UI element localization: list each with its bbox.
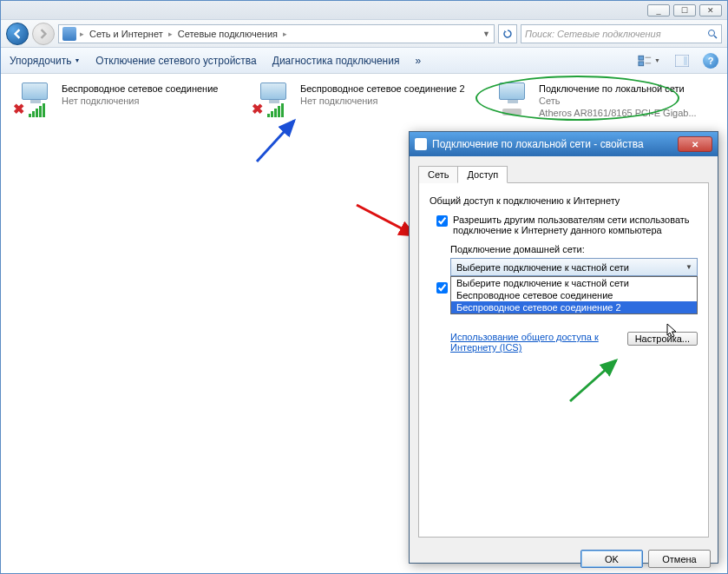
connection-status: Нет подключения (62, 95, 218, 107)
group-title: Общий доступ к подключению к Интернету (430, 195, 698, 206)
combobox-option[interactable]: Беспроводное сетевое соединение 2 (451, 301, 697, 313)
connection-item[interactable]: ✖ Беспроводное сетевое соединение Нет по… (11, 81, 239, 121)
ics-help-link[interactable]: Использование общего доступа к Интернету… (450, 332, 620, 353)
breadcrumb[interactable]: ▸ Сеть и Интернет ▸ Сетевые подключения … (58, 24, 495, 43)
allow-sharing-label: Разрешить другим пользователям сети испо… (453, 214, 698, 235)
annotation-arrow-green (566, 353, 626, 406)
connection-name: Подключение по локальной сети (539, 82, 697, 95)
forward-button[interactable] (32, 23, 55, 45)
dialog-title-text: Подключение по локальной сети - свойства (432, 138, 644, 150)
connection-device: Atheros AR8161/8165 PCI-E Gigab... (539, 107, 697, 119)
dialog-close-button[interactable]: ✕ (678, 136, 712, 152)
maximize-button[interactable]: ☐ (673, 4, 696, 16)
minimize-button[interactable]: _ (647, 4, 670, 16)
tab-access[interactable]: Доступ (457, 166, 508, 183)
help-button[interactable]: ? (703, 53, 718, 69)
tab-network[interactable]: Сеть (418, 166, 458, 183)
connection-status: Нет подключения (300, 95, 465, 107)
lan-icon (490, 82, 532, 117)
svg-rect-7 (684, 56, 687, 65)
properties-dialog: Подключение по локальной сети - свойства… (409, 131, 718, 564)
chevron-right-icon: ▸ (168, 30, 173, 38)
overflow-button[interactable]: » (415, 55, 421, 67)
command-bar: Упорядочить▼ Отключение сетевого устройс… (1, 48, 727, 74)
wifi-disconnected-icon: ✖ (13, 82, 55, 117)
cancel-button[interactable]: Отмена (648, 550, 711, 568)
svg-rect-3 (639, 61, 644, 65)
wifi-disconnected-icon: ✖ (252, 82, 293, 117)
search-placeholder: Поиск: Сетевые подключения (525, 29, 661, 39)
window-titlebar: _ ☐ ✕ (1, 1, 727, 20)
connections-view: ✖ Беспроводное сетевое соединение Нет по… (1, 74, 727, 128)
svg-point-0 (709, 30, 715, 36)
breadcrumb-item[interactable]: Сеть и Интернет (88, 29, 165, 39)
tab-strip: Сеть Доступ (418, 165, 709, 183)
close-button[interactable]: ✕ (699, 4, 722, 16)
network-icon (415, 138, 427, 150)
combobox-dropdown: Выберите подключение к частной сети Бесп… (450, 276, 698, 314)
diagnose-button[interactable]: Диагностика подключения (272, 55, 400, 67)
back-button[interactable] (6, 23, 29, 45)
connection-item[interactable]: Подключение по локальной сети Сеть Ather… (489, 81, 717, 121)
connection-name: Беспроводное сетевое соединение (62, 82, 218, 95)
dialog-titlebar[interactable]: Подключение по локальной сети - свойства… (410, 132, 718, 156)
svg-line-1 (714, 36, 717, 38)
nav-bar: ▸ Сеть и Интернет ▸ Сетевые подключения … (1, 20, 727, 48)
annotation-arrow-blue (253, 114, 305, 166)
dialog-buttons: OK Отмена (410, 544, 718, 573)
combobox-option[interactable]: Беспроводное сетевое соединение (451, 289, 697, 301)
chevron-right-icon: ▸ (80, 30, 84, 38)
chevron-down-icon[interactable]: ▼ (482, 30, 490, 38)
view-mode-button[interactable]: ▼ (637, 52, 661, 69)
connection-name: Беспроводное сетевое соединение 2 (300, 82, 465, 95)
cursor-icon (666, 323, 679, 340)
home-network-combobox[interactable]: Выберите подключение к частной сети (450, 258, 698, 276)
preview-pane-button[interactable] (670, 52, 694, 69)
settings-button[interactable]: Настройка... (627, 332, 698, 346)
refresh-button[interactable] (498, 24, 517, 43)
allow-sharing-checkbox[interactable] (436, 215, 448, 227)
breadcrumb-item[interactable]: Сетевые подключения (176, 29, 279, 39)
connection-net: Сеть (539, 95, 697, 107)
disable-device-button[interactable]: Отключение сетевого устройства (95, 55, 256, 67)
svg-line-10 (570, 360, 616, 401)
svg-line-9 (357, 205, 415, 235)
search-input[interactable]: Поиск: Сетевые подключения (521, 24, 722, 43)
organize-menu[interactable]: Упорядочить▼ (10, 55, 80, 67)
svg-line-8 (257, 121, 294, 162)
tab-panel: Общий доступ к подключению к Интернету Р… (418, 183, 709, 538)
home-network-label: Подключение домашней сети: (450, 244, 698, 254)
ok-button[interactable]: OK (580, 550, 643, 568)
combobox-option[interactable]: Выберите подключение к частной сети (451, 277, 697, 289)
network-icon (62, 27, 76, 41)
allow-control-checkbox[interactable] (436, 282, 448, 294)
chevron-right-icon: ▸ (283, 30, 287, 38)
svg-rect-2 (639, 56, 644, 60)
